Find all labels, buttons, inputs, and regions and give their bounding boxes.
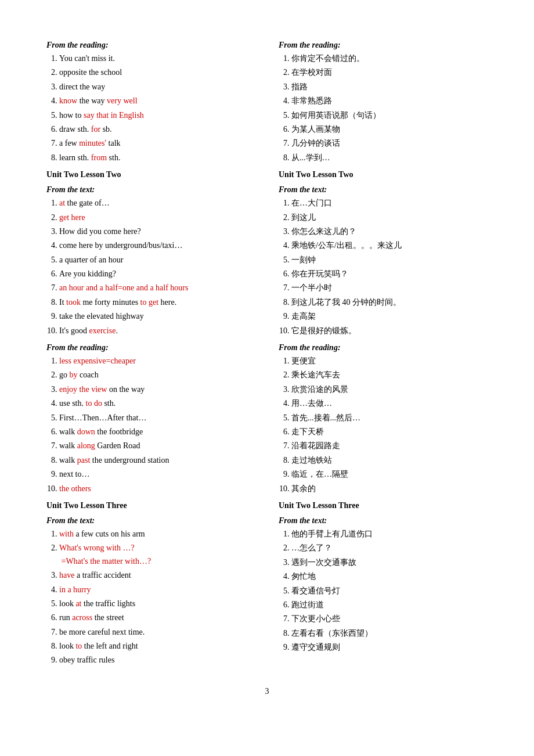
red-text: an hour and a half=one and a half hours bbox=[59, 283, 188, 292]
list: at the gate of…get hereHow did you come … bbox=[46, 197, 255, 337]
list-cn: 更便宜乘长途汽车去欣赏沿途的风景用…去做…首先...接着...然后…走下天桥沿着… bbox=[279, 355, 488, 495]
list-cn: 他的手臂上有几道伤口…怎么了？遇到一次交通事故匆忙地看交通信号灯跑过街道下次更小… bbox=[279, 528, 488, 654]
red-text: past bbox=[77, 456, 91, 465]
list-item: next to… bbox=[59, 468, 255, 481]
list-item-cn: 他的手臂上有几道伤口 bbox=[291, 528, 488, 541]
list-item-cn: 你怎么来这儿的？ bbox=[291, 225, 488, 238]
red-text: to do bbox=[86, 399, 102, 408]
list-item-cn: 临近，在…隔壁 bbox=[291, 468, 488, 481]
list-item: walk past the underground station bbox=[59, 454, 255, 467]
list-item-cn: 看交通信号灯 bbox=[291, 585, 488, 597]
list-item-cn: 匆忙地 bbox=[291, 570, 488, 583]
list-item-cn: 其余的 bbox=[291, 483, 488, 495]
list-item: It's good exercise. bbox=[59, 325, 255, 337]
section-heading: From the reading: bbox=[279, 343, 488, 352]
page-number: 3 bbox=[46, 687, 488, 696]
red-text: in a hurry bbox=[59, 585, 91, 594]
list-item: opposite the school bbox=[59, 66, 255, 79]
section-heading: From the text: bbox=[279, 185, 488, 195]
list-item-cn: 非常熟悉路 bbox=[291, 95, 488, 107]
list-item: go by coach bbox=[59, 369, 255, 381]
list-cn: 在…大门口到这儿你怎么来这儿的？乘地铁/公车/出租。。。来这儿一刻钟你在开玩笑吗… bbox=[279, 197, 488, 337]
red-text: =What's the matter with…? bbox=[62, 557, 151, 566]
list-item-cn: 跑过街道 bbox=[291, 599, 488, 611]
red-text: by bbox=[70, 370, 78, 379]
list-item: First…Then…After that… bbox=[59, 412, 255, 424]
list-item: walk along Garden Road bbox=[59, 440, 255, 452]
red-text: exercise bbox=[89, 326, 116, 335]
list-item-cn: 一刻钟 bbox=[291, 254, 488, 267]
list-item-cn: 一个半小时 bbox=[291, 282, 488, 294]
list-item-cn: 它是很好的锻炼。 bbox=[291, 325, 488, 337]
list-item-cn: 下次更小心些 bbox=[291, 613, 488, 625]
list-item-cn: 首先...接着...然后… bbox=[291, 412, 488, 424]
list-item: learn sth. from sth. bbox=[59, 152, 255, 164]
red-text: to get bbox=[140, 298, 159, 307]
section-heading: From the reading: bbox=[279, 41, 488, 50]
list-item: get here bbox=[59, 211, 255, 224]
list: less expensive=cheapergo by coachenjoy t… bbox=[46, 355, 255, 495]
red-text: at bbox=[59, 199, 65, 207]
list-item-cn: 几分钟的谈话 bbox=[291, 137, 488, 150]
list-item-cn: 到这儿花了我 40 分钟的时间。 bbox=[291, 296, 488, 309]
list-item-cn: 走过地铁站 bbox=[291, 454, 488, 467]
unit-heading: Unit Two Lesson Three bbox=[279, 501, 488, 510]
list-item: a quarter of an hour bbox=[59, 254, 255, 267]
list-item-cn: …怎么了？ bbox=[291, 542, 488, 555]
red-text: enjoy the view bbox=[59, 385, 107, 394]
section-heading: From the text: bbox=[46, 516, 255, 525]
unit-heading: Unit Two Lesson Two bbox=[46, 170, 255, 179]
list-item: the others bbox=[59, 483, 255, 495]
red-text: down bbox=[77, 427, 95, 436]
list: with a few cuts on his armWhat's wrong w… bbox=[46, 528, 255, 667]
red-text: from bbox=[91, 153, 107, 162]
list-cn: 你肯定不会错过的。在学校对面指路非常熟悉路如何用英语说那（句话）为某人画某物几分… bbox=[279, 52, 488, 164]
list-item-cn: 到这儿 bbox=[291, 211, 488, 224]
list-item-cn: 欣赏沿途的风景 bbox=[291, 383, 488, 396]
red-text: took bbox=[66, 298, 81, 307]
list-item-cn: 走高架 bbox=[291, 310, 488, 323]
list-item: It took me forty minutes to get here. bbox=[59, 296, 255, 309]
section-heading: From the text: bbox=[279, 516, 488, 525]
list-item: How did you come here? bbox=[59, 225, 255, 238]
list-item-cn: 乘地铁/公车/出租。。。来这儿 bbox=[291, 239, 488, 252]
red-text: minutes' bbox=[79, 139, 106, 147]
list-item-cn: 左看右看（东张西望） bbox=[291, 627, 488, 640]
list-item-cn: 在…大门口 bbox=[291, 197, 488, 210]
list-item: Are you kidding? bbox=[59, 268, 255, 280]
list-item-cn: 如何用英语说那（句话） bbox=[291, 109, 488, 122]
list-item: an hour and a half=one and a half hours bbox=[59, 282, 255, 294]
list-item-cn: 用…去做… bbox=[291, 397, 488, 410]
section-heading: From the text: bbox=[46, 185, 255, 195]
list-item: obey traffic rules bbox=[59, 654, 255, 667]
list-item-cn: 遵守交通规则 bbox=[291, 641, 488, 654]
list-item-cn: 你在开玩笑吗？ bbox=[291, 268, 488, 280]
red-text: What's wrong with …? bbox=[59, 543, 135, 552]
list-item: with a few cuts on his arm bbox=[59, 528, 255, 541]
list-item: direct the way bbox=[59, 81, 255, 93]
unit-heading: Unit Two Lesson Three bbox=[46, 501, 255, 510]
list-item: come here by underground/bus/taxi… bbox=[59, 239, 255, 252]
list-item: a few minutes' talk bbox=[59, 137, 255, 150]
list-item: at the gate of… bbox=[59, 197, 255, 210]
page-container: From the reading:You can't miss it.oppos… bbox=[46, 35, 488, 669]
red-text: along bbox=[77, 441, 95, 450]
list-item-cn: 乘长途汽车去 bbox=[291, 369, 488, 381]
right-column: From the reading:你肯定不会错过的。在学校对面指路非常熟悉路如何… bbox=[279, 35, 488, 669]
list-item: look at the traffic lights bbox=[59, 597, 255, 610]
list-item: You can't miss it. bbox=[59, 52, 255, 65]
list-item: walk down the footbridge bbox=[59, 426, 255, 438]
section-heading: From the reading: bbox=[46, 343, 255, 352]
red-text: know bbox=[59, 96, 77, 105]
list-item: know the way very well bbox=[59, 95, 255, 107]
red-text: say that in English bbox=[84, 111, 144, 120]
list-item: draw sth. for sb. bbox=[59, 123, 255, 136]
list-item: look to the left and right bbox=[59, 640, 255, 653]
list-item: how to say that in English bbox=[59, 109, 255, 122]
section-heading: From the reading: bbox=[46, 41, 255, 50]
list-item-cn: 在学校对面 bbox=[291, 66, 488, 79]
red-text: the others bbox=[59, 484, 91, 493]
red-text: less expensive=cheaper bbox=[59, 357, 136, 365]
red-text: at bbox=[75, 599, 81, 608]
list-item-cn: 指路 bbox=[291, 81, 488, 93]
